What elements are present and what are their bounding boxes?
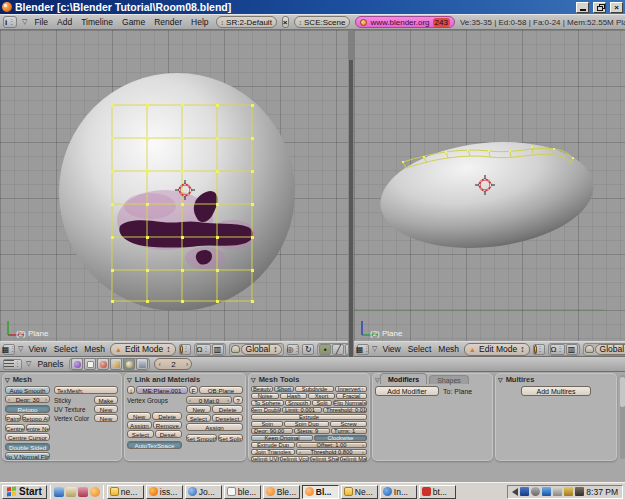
offset-field[interactable]: ‹Offset: 1.00›	[296, 442, 367, 448]
collapse-header-icon[interactable]: ▽	[26, 360, 31, 368]
tray-icon-4[interactable]	[553, 487, 562, 496]
collapse-header-icon[interactable]: ▽	[372, 345, 377, 353]
texmesh-field[interactable]: TexMesh:	[54, 386, 118, 394]
panel-collapse-icon[interactable]: ▽	[498, 376, 503, 383]
pivot-selector[interactable]: Ω⋮	[196, 344, 211, 355]
edge-select-button[interactable]: ╱	[332, 344, 344, 355]
make-sticky-button[interactable]: Make	[94, 396, 118, 404]
centre-cursor-button[interactable]: Centre Cursor	[5, 433, 50, 441]
material-new-button[interactable]: New	[186, 405, 211, 413]
screen-selector[interactable]: ↕ SR:2-Default	[216, 16, 277, 28]
panel-header[interactable]: ▽ Multires	[498, 375, 614, 384]
menu-view[interactable]: View	[380, 344, 402, 354]
scene-context-button[interactable]	[136, 358, 148, 370]
collapse-header-icon[interactable]: ▽	[18, 345, 23, 353]
hand-manipulator-icon[interactable]	[231, 345, 240, 353]
spin-degr-field[interactable]: Degr: 90.00	[251, 428, 293, 434]
material-select-button[interactable]: Select	[186, 414, 211, 422]
draw-type-selector[interactable]: ⋮	[533, 344, 545, 355]
retopo-toggle[interactable]: Retopo	[5, 405, 50, 413]
panel-header[interactable]: ▽ Link and Materials	[127, 375, 243, 384]
vgroup-new-button[interactable]: New	[127, 412, 151, 420]
menu-help[interactable]: Help	[189, 17, 210, 27]
panel-collapse-icon[interactable]: ▽	[127, 376, 132, 383]
task-button[interactable]: bt...	[419, 485, 456, 499]
spin-button[interactable]: Spin	[251, 421, 283, 427]
menu-view[interactable]: View	[26, 344, 48, 354]
collapse-header-icon[interactable]: ▽	[22, 18, 27, 26]
spin-dup-button[interactable]: Spin Dup	[284, 421, 329, 427]
orientation-selector[interactable]: Global ↕	[595, 344, 625, 355]
centre-button[interactable]: Centre	[5, 424, 25, 432]
panels-menu[interactable]: Panels	[35, 359, 65, 369]
innervert-selector[interactable]: Innervert↕	[335, 386, 367, 392]
task-button[interactable]: Ne...	[341, 485, 378, 499]
screw-button[interactable]: Screw	[330, 421, 367, 427]
mesh-datablock-field[interactable]: ME:Plane.001	[136, 386, 188, 394]
window-type-button[interactable]: i ⋮	[3, 16, 17, 28]
script-context-button[interactable]	[84, 358, 96, 370]
tray-icon-2[interactable]	[531, 487, 540, 496]
vertex-select-button[interactable]: ▪	[319, 344, 331, 355]
beauty-toggle[interactable]: Beauty	[251, 386, 273, 392]
snap-toggle[interactable]: ▥	[212, 344, 224, 355]
panel-header[interactable]: ▽ Mesh	[5, 375, 119, 384]
menu-select[interactable]: Select	[52, 344, 80, 354]
task-button[interactable]: Ble...	[263, 485, 300, 499]
subdivide-button[interactable]: Subdivide	[295, 386, 334, 392]
panel-collapse-icon[interactable]: ▽	[5, 376, 10, 383]
menu-mesh[interactable]: Mesh	[82, 344, 107, 354]
mode-selector[interactable]: ▲ Edit Mode ↕	[110, 343, 175, 356]
delete-screen-button[interactable]: ×	[282, 16, 289, 28]
stepper-right-icon[interactable]: ›	[186, 361, 188, 368]
rem-double-button[interactable]: Rem Double	[251, 407, 281, 413]
extrude-button[interactable]: Extrude	[251, 414, 367, 420]
draw-type-selector[interactable]: ⋮	[179, 344, 191, 355]
panel-collapse-icon[interactable]: ▽	[251, 376, 256, 383]
add-modifier-button[interactable]: Add Modifier	[375, 386, 439, 396]
quicklaunch-icon-1[interactable]	[54, 487, 64, 497]
steps-field[interactable]: Steps: 9	[294, 428, 330, 434]
start-button[interactable]: Start	[2, 485, 47, 499]
new-uv-button[interactable]: New	[94, 405, 118, 413]
material-deselect-button[interactable]: Deselect	[212, 414, 243, 422]
vnormal-flip-toggle[interactable]: No V.Normal Flip	[5, 452, 50, 460]
turns-field[interactable]: Turns: 1	[331, 428, 367, 434]
restore-button[interactable]	[593, 2, 606, 13]
clock[interactable]: 8:37 PM	[586, 487, 618, 497]
scene-selector[interactable]: ↕ SCE:Scene	[294, 16, 351, 28]
object-name-field[interactable]: OB:Plane	[199, 386, 243, 394]
close-button[interactable]: ×	[610, 2, 623, 13]
auto-smooth-toggle[interactable]: Auto Smooth	[5, 386, 50, 394]
short-toggle[interactable]: Short	[274, 386, 294, 392]
join-threshold-field[interactable]: ‹Threshold 0.800›	[296, 449, 367, 455]
task-button[interactable]: In...	[380, 485, 417, 499]
face-select-button[interactable]: △	[345, 344, 348, 355]
menu-timeline[interactable]: Timeline	[79, 17, 115, 27]
stepper-left-icon[interactable]: ‹	[158, 361, 160, 368]
scrollbar-thumb[interactable]	[620, 377, 625, 407]
viewport-side-view[interactable]: (2) Plane	[354, 30, 625, 341]
centre-new-button[interactable]: Centre New	[26, 424, 50, 432]
task-button[interactable]: iss...	[146, 485, 183, 499]
task-button[interactable]: ne...	[107, 485, 144, 499]
join-triangles-button[interactable]: Join Triangles	[251, 449, 295, 455]
mode-selector[interactable]: ▲ Edit Mode ↕	[464, 343, 529, 356]
quicklaunch-icon-2[interactable]	[66, 487, 76, 497]
menu-game[interactable]: Game	[120, 17, 147, 27]
menu-render[interactable]: Render	[152, 17, 184, 27]
tray-icon-6[interactable]	[575, 487, 584, 496]
tray-icon-1[interactable]	[520, 487, 529, 496]
menu-mesh[interactable]: Mesh	[436, 344, 461, 354]
rotate-view-button[interactable]: ↻	[302, 344, 314, 355]
tray-icon-3[interactable]	[542, 487, 551, 496]
flip-normals-button[interactable]: Flip Normals	[333, 400, 367, 406]
material-help-button[interactable]: ?	[233, 396, 243, 404]
threshold-field[interactable]: Threshold: 0.010	[323, 407, 367, 413]
minimize-button[interactable]	[576, 2, 589, 13]
snap-toggle[interactable]: ▥	[566, 344, 578, 355]
keep-original-toggle[interactable]: Keep Original	[251, 435, 313, 441]
panel-header[interactable]: ▽ Mesh Tools	[251, 375, 367, 384]
clockwise-toggle[interactable]: Clockwise	[314, 435, 367, 441]
vgroup-remove-button[interactable]: Remove	[153, 421, 182, 429]
